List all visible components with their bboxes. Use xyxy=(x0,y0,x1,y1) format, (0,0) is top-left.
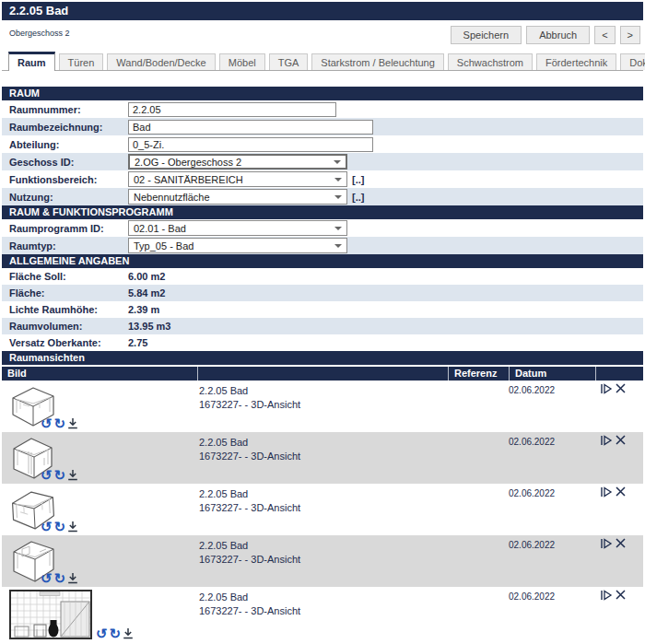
row-subtitle: 1673227- - 3D-Ansicht xyxy=(199,502,448,513)
raumtyp-select[interactable]: Typ_05 - Bad xyxy=(128,238,347,253)
field-label: Raumtyp: xyxy=(2,240,128,252)
delete-icon[interactable] xyxy=(616,486,626,497)
rotate-left-icon[interactable]: ↺ xyxy=(41,469,53,481)
form-row: Raumprogramm ID: 02.01 - Bad xyxy=(2,219,643,237)
sub-header: Obergeschoss 2 Speichern Abbruch < > xyxy=(2,20,643,53)
delete-icon[interactable] xyxy=(616,435,626,445)
raumnummer-input[interactable] xyxy=(128,102,336,117)
table-row: ↺ ↻ 2.2.05 Bad 1673227- - 3D-Ansicht 02.… xyxy=(2,381,643,432)
chevron-down-icon xyxy=(334,178,342,181)
selected-value: 2.OG - Obergeschoss 2 xyxy=(135,157,241,168)
tab-wand-boden-decke[interactable]: Wand/Boden/Decke xyxy=(107,53,215,70)
readonly-row: Raumvolumen: 13.95 m3 xyxy=(2,318,643,334)
cancel-button[interactable]: Abbruch xyxy=(526,26,590,44)
download-icon[interactable] xyxy=(67,417,78,429)
geschoss-id-select[interactable]: 2.OG - Obergeschoss 2 xyxy=(128,154,347,170)
row-subtitle: 1673227- - 3D-Ansicht xyxy=(199,399,448,410)
selected-value: Nebennutzfläche xyxy=(134,192,210,203)
tab-raum[interactable]: Raum xyxy=(8,52,55,71)
tab-starkstrom-beleuchtung[interactable]: Starkstrom / Beleuchtung xyxy=(311,53,444,70)
section-header-raum: RAUM xyxy=(2,87,643,100)
rotate-right-icon[interactable]: ↻ xyxy=(54,572,66,584)
rotate-left-icon[interactable]: ↺ xyxy=(41,572,53,584)
section-header-allgemein: ALLGEMEINE ANGABEN xyxy=(2,254,643,268)
download-icon[interactable] xyxy=(67,469,78,481)
thumbnail-actions: ↺ ↻ xyxy=(41,469,78,481)
tab-schwachstrom[interactable]: Schwachstrom xyxy=(448,53,533,70)
funktionsbereich-more-link[interactable]: [..] xyxy=(352,174,364,185)
field-value: 13.95 m3 xyxy=(128,321,170,332)
readonly-row: Versatz Oberkante: 2.75 xyxy=(2,334,643,351)
chevron-down-icon xyxy=(334,244,342,248)
thumbnail-cell: ↺ ↻ xyxy=(2,381,197,432)
tab-moebel[interactable]: Möbel xyxy=(219,53,265,70)
open-icon[interactable] xyxy=(600,486,613,498)
rotate-left-icon[interactable]: ↺ xyxy=(41,521,53,533)
room-plan-thumbnail[interactable] xyxy=(9,590,92,639)
save-button[interactable]: Speichern xyxy=(451,26,522,44)
delete-icon[interactable] xyxy=(616,538,626,548)
form-row: Abteilung: xyxy=(2,135,643,153)
rotate-right-icon[interactable]: ↻ xyxy=(54,521,66,533)
abteilung-input[interactable] xyxy=(128,137,373,152)
funktionsbereich-select[interactable]: 02 - SANITÄRBEREICH xyxy=(128,171,347,187)
next-button[interactable]: > xyxy=(620,26,640,44)
datum-cell: 02.06.2022 xyxy=(509,432,595,484)
thumbnail-cell: ↺ ↻ xyxy=(2,432,197,484)
rotate-left-icon[interactable]: ↺ xyxy=(41,417,53,429)
row-actions xyxy=(595,535,643,587)
chevron-down-icon xyxy=(334,227,342,230)
referenz-cell xyxy=(448,432,509,484)
raumprogramm-id-select[interactable]: 02.01 - Bad xyxy=(128,220,347,236)
open-icon[interactable] xyxy=(600,383,613,394)
raumbezeichnung-input[interactable] xyxy=(128,120,373,135)
form-row: Funktionsbereich: 02 - SANITÄRBEREICH [.… xyxy=(2,170,643,188)
form-row: Geschoss ID: 2.OG - Obergeschoss 2 xyxy=(2,153,643,170)
download-icon[interactable] xyxy=(67,572,78,584)
section-header-funktionsprogramm: RAUM & FUNKTIONSPROGRAMM xyxy=(2,205,643,219)
field-label: Geschoss ID: xyxy=(2,157,128,168)
description-cell: 2.2.05 Bad 1673227- - 3D-Ansicht xyxy=(197,381,448,432)
description-cell: 2.2.05 Bad 1673227- - 3D-Ansicht xyxy=(197,432,448,484)
row-actions xyxy=(595,484,643,535)
delete-icon[interactable] xyxy=(616,590,626,600)
open-icon[interactable] xyxy=(600,538,613,549)
form-row: Raumbezeichnung: xyxy=(2,118,643,135)
field-label: Lichte Raumhöhe: xyxy=(2,304,128,315)
field-label: Abteilung: xyxy=(2,139,128,150)
table-row: ↺ ↻ 2.2.05 Bad 1673227- - 3D-Ansicht 02.… xyxy=(2,432,643,484)
table-row: ↺ ↻ 2.2.05 Bad 1673227- - 3D-Ansicht 02.… xyxy=(2,587,643,644)
referenz-cell xyxy=(448,381,509,432)
form-row: Raumtyp: Typ_05 - Bad xyxy=(2,237,643,254)
tab-foerdertechnik[interactable]: Fördertechnik xyxy=(536,53,616,70)
chevron-down-icon xyxy=(334,160,341,164)
datum-cell: 02.06.2022 xyxy=(509,484,595,535)
prev-button[interactable]: < xyxy=(594,26,615,44)
nutzung-more-link[interactable]: [..] xyxy=(352,192,364,203)
download-icon[interactable] xyxy=(67,521,78,533)
breadcrumb: Obergeschoss 2 xyxy=(9,29,70,38)
thumbnail-actions: ↺ ↻ xyxy=(41,521,78,533)
row-subtitle: 1673227- - 3D-Ansicht xyxy=(199,605,448,616)
rotate-left-icon[interactable]: ↺ xyxy=(96,627,108,639)
tab-tga[interactable]: TGA xyxy=(269,53,309,70)
app-window: 2.2.05 Bad Obergeschoss 2 Speichern Abbr… xyxy=(2,2,643,644)
delete-icon[interactable] xyxy=(616,383,626,393)
rotate-right-icon[interactable]: ↻ xyxy=(110,627,122,639)
rotate-right-icon[interactable]: ↻ xyxy=(54,469,66,481)
open-icon[interactable] xyxy=(600,435,613,446)
rotate-right-icon[interactable]: ↻ xyxy=(54,417,66,429)
tab-tueren[interactable]: Türen xyxy=(59,53,104,70)
datum-cell: 02.06.2022 xyxy=(509,587,595,644)
row-actions xyxy=(595,432,643,484)
row-actions xyxy=(595,587,643,644)
field-value: 2.75 xyxy=(128,337,147,348)
download-icon[interactable] xyxy=(123,627,134,639)
tab-dokumente[interactable]: Dokumente xyxy=(620,53,645,70)
open-icon[interactable] xyxy=(600,590,613,601)
description-cell: 2.2.05 Bad 1673227- - 3D-Ansicht xyxy=(197,484,448,535)
table-row: ↺ ↻ 2.2.05 Bad 1673227- - 3D-Ansicht 02.… xyxy=(2,484,643,535)
thumbnail-cell: ↺ ↻ xyxy=(2,484,197,535)
thumbnail-actions: ↺ ↻ xyxy=(96,627,134,639)
nutzung-select[interactable]: Nebennutzfläche xyxy=(128,189,347,205)
